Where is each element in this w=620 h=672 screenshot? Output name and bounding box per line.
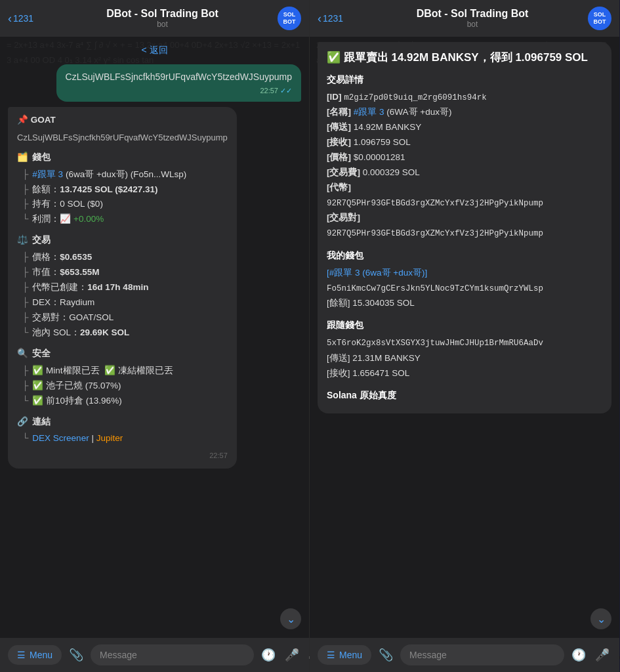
name-row: [名稱] #跟單 3 (6WA哥 +dux哥) bbox=[327, 105, 602, 120]
follow-wallet-title: 跟隨錢包 bbox=[327, 318, 602, 332]
send-row: [傳送] 14.92M BANKSY bbox=[327, 120, 602, 135]
pin-icon: 📌 bbox=[17, 115, 28, 125]
links: └ DEX Screener | Jupiter bbox=[17, 432, 228, 446]
right-menu-button[interactable]: ☰ Menu bbox=[318, 645, 371, 665]
right-price-row: [價格] $0.00001281 bbox=[327, 150, 602, 165]
left-header-center: DBot - Sol Trading Bot bot bbox=[47, 8, 278, 29]
follow-send-row: [傳送] 21.31M BANKSY bbox=[327, 351, 602, 366]
right-back-count: 1231 bbox=[323, 13, 343, 24]
left-mic-button[interactable]: 🎤 bbox=[283, 648, 301, 662]
back-chevron-icon: ‹ bbox=[8, 12, 12, 26]
follow-receive-row: [接收] 1.656471 SOL bbox=[327, 366, 602, 381]
wallet-details: ├ #跟單 3 (6wa哥 +dux哥) (Fo5n...WLsp) ├ 餘額：… bbox=[17, 167, 228, 228]
holding-row: ├ 持有：0 SOL ($0) bbox=[22, 197, 228, 212]
right-header: ‹ 1231 DBot - Sol Trading Bot bot SOLBOT bbox=[310, 0, 619, 37]
mint-row: ├ ✅ Mint權限已丟 ✅ 凍結權限已丟 bbox=[22, 364, 228, 379]
mcap-row: ├ 市值：$653.55M bbox=[22, 265, 228, 280]
wallet-icon: 🗂️ bbox=[17, 151, 28, 165]
right-chat-subtitle: bot bbox=[357, 20, 588, 29]
bubble-time: 22:57 ✓✓ bbox=[66, 87, 292, 95]
right-avatar[interactable]: SOLBOT bbox=[588, 7, 611, 30]
link-icon: 🔗 bbox=[17, 415, 28, 429]
receive-row: [接收] 1.096759 SOL bbox=[327, 135, 602, 150]
scroll-down-button[interactable]: ⌄ bbox=[280, 608, 301, 629]
pair-row: ├ 交易對：GOAT/SOL bbox=[22, 310, 228, 326]
left-chat-title: DBot - Sol Trading Bot bbox=[47, 8, 278, 20]
scale-icon: ⚖️ bbox=[17, 234, 28, 247]
left-clock-button[interactable]: 🕐 bbox=[259, 648, 278, 662]
bot-msg-time: 22:57 bbox=[17, 450, 228, 461]
user-bubble: CzLSujWBLFsSjncfkh59rUFqvafWcY5tzedWJSuy… bbox=[56, 64, 301, 102]
right-chat-area: ✅ 跟單賣出 14.92M BANKSY，得到 1.096759 SOL 交易詳… bbox=[310, 37, 619, 638]
profit-row: └ 利潤：📈 +0.00% bbox=[22, 212, 228, 227]
trade-detail-title: 交易詳情 bbox=[327, 72, 602, 87]
right-bottom-bar: ☰ Menu 📎 Message 🕐 🎤 bbox=[310, 638, 619, 672]
fee-row: [交易費] 0.000329 SOL bbox=[327, 165, 602, 180]
right-chat-title: DBot - Sol Trading Bot bbox=[357, 8, 588, 20]
left-bot-message: 📌 GOAT CzLSujWBLFsSjncfkh59rUFqvafWcY5tz… bbox=[8, 107, 237, 469]
my-wallet-address-row: Fo5niKmcCw7gCErsJkn5YLNoc9TzCYm1ksumQrzY… bbox=[327, 281, 602, 296]
trade-detail-content: [ID] m2giz7pd0t9uiq_m2rg6091hs94rk [名稱] … bbox=[327, 90, 602, 241]
right-attachment-button[interactable]: 📎 bbox=[377, 648, 395, 662]
wallet-name-row: ├ #跟單 3 (6wa哥 +dux哥) (Fo5n...WLsp) bbox=[22, 167, 228, 182]
left-bottom-bar: ☰ Menu 📎 Message 🕐 🎤 bbox=[0, 638, 309, 672]
id-row: [ID] m2giz7pd0t9uiq_m2rg6091hs94rk bbox=[327, 90, 602, 105]
left-attachment-button[interactable]: 📎 bbox=[67, 648, 85, 662]
trade-pair-row: [交易對] 92R7Q5PHr93GFtBGd3rgXZMcYxfVz3j2HP… bbox=[327, 211, 602, 241]
search-icon: 🔍 bbox=[17, 347, 28, 361]
solana-section-title: Solana 原始真度 bbox=[327, 388, 602, 402]
left-menu-button[interactable]: ☰ Menu bbox=[8, 645, 62, 665]
age-row: ├ 代幣已創建：16d 17h 48min bbox=[22, 280, 228, 295]
right-message-input[interactable]: Message bbox=[400, 644, 564, 665]
follow-wallet-address-row: 5xT6roK2gx8sVtXSGYX3jtuwJHmCJHUp1BrMmRU6… bbox=[327, 335, 602, 350]
dex-row: ├ DEX：Raydium bbox=[22, 295, 228, 310]
dex-screener-link[interactable]: DEX Screener bbox=[32, 433, 89, 443]
follow-wallet-content: 5xT6roK2gx8sVtXSGYX3jtuwJHmCJHUp1BrMmRU6… bbox=[327, 335, 602, 381]
right-bot-title: ✅ 跟單賣出 14.92M BANKSY，得到 1.096759 SOL bbox=[327, 50, 602, 66]
right-back-button[interactable]: ‹ 1231 bbox=[318, 12, 357, 26]
right-mic-button[interactable]: 🎤 bbox=[593, 648, 611, 662]
left-panel: √2×+13= 2x+13 a+4 √2×+13 ∫dx x²+y² 3x-7=… bbox=[0, 0, 310, 672]
left-avatar[interactable]: SOLBOT bbox=[278, 7, 301, 30]
token-row: [代幣] 92R7Q5PHr93GFtBGd3rgXZMcYxfVz3j2HPg… bbox=[327, 180, 602, 211]
my-wallet-title: 我的錢包 bbox=[327, 248, 602, 262]
balance-row: ├ 餘額：13.7425 SOL ($2427.31) bbox=[22, 182, 228, 198]
left-chat-area: < 返回 CzLSujWBLFsSjncfkh59rUFqvafWcY5tzed… bbox=[0, 37, 309, 638]
bubble-text: CzLSujWBLFsSjncfkh59rUFqvafWcY5tzedWJSuy… bbox=[66, 71, 292, 84]
top10-row: └ ✅ 前10持倉 (13.96%) bbox=[22, 394, 228, 409]
right-clock-button[interactable]: 🕐 bbox=[569, 648, 588, 662]
right-back-chevron-icon: ‹ bbox=[318, 12, 321, 26]
left-message-input[interactable]: Message bbox=[91, 644, 254, 665]
right-scroll-down-button[interactable]: ⌄ bbox=[590, 608, 611, 629]
wallet-section-header: 🗂️ 錢包 bbox=[17, 151, 228, 165]
right-panel: √2×+13= 2x+13 a+4 √2×+13 ∫dx x²+y² 3x-7=… bbox=[310, 0, 619, 672]
left-chat-subtitle: bot bbox=[47, 20, 278, 29]
link-section-header: 🔗 連結 bbox=[17, 415, 228, 429]
jupiter-link[interactable]: Jupiter bbox=[96, 433, 123, 443]
security-details: ├ ✅ Mint權限已丟 ✅ 凍結權限已丟 ├ ✅ 池子已燒 (75.07%) … bbox=[17, 364, 228, 409]
right-menu-icon: ☰ bbox=[327, 650, 335, 660]
back-message: < 返回 bbox=[8, 42, 301, 59]
security-section-header: 🔍 安全 bbox=[17, 347, 228, 361]
right-header-center: DBot - Sol Trading Bot bot bbox=[357, 8, 588, 29]
trade-section-header: ⚖️ 交易 bbox=[17, 234, 228, 247]
menu-icon: ☰ bbox=[17, 650, 26, 660]
goat-address: CzLSujWBLFsSjncfkh59rUFqvafWcY5tzedWJSuy… bbox=[17, 131, 228, 144]
my-wallet-name-row: [#跟單 3 (6wa哥 +dux哥)] bbox=[327, 266, 602, 281]
pool-burn-row: ├ ✅ 池子已燒 (75.07%) bbox=[22, 379, 228, 394]
profit-icon: 📈 bbox=[60, 214, 71, 224]
goat-title: GOAT bbox=[31, 115, 56, 125]
pool-row: └ 池內 SOL：29.69K SOL bbox=[22, 326, 228, 341]
back-count: 1231 bbox=[13, 13, 33, 24]
my-wallet-content: [#跟單 3 (6wa哥 +dux哥)] Fo5niKmcCw7gCErsJkn… bbox=[327, 266, 602, 311]
right-bot-message: ✅ 跟單賣出 14.92M BANKSY，得到 1.096759 SOL 交易詳… bbox=[318, 42, 611, 413]
price-row: ├ 價格：$0.6535 bbox=[22, 250, 228, 265]
my-balance-row: [餘額] 15.304035 SOL bbox=[327, 296, 602, 311]
left-header: ‹ 1231 DBot - Sol Trading Bot bot SOLBOT bbox=[0, 0, 309, 37]
back-button[interactable]: ‹ 1231 bbox=[8, 12, 47, 26]
trade-details: ├ 價格：$0.6535 ├ 市值：$653.55M ├ 代幣已創建：16d 1… bbox=[17, 250, 228, 341]
